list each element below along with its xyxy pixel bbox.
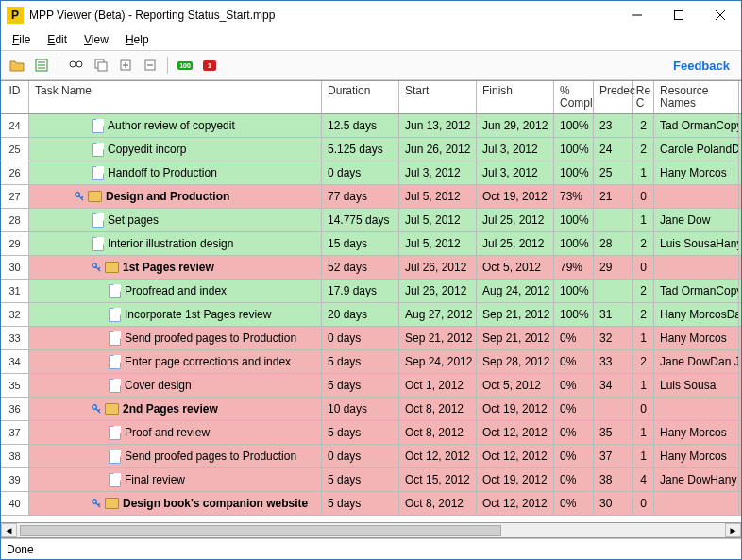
cell-finish: Jul 25, 2012 bbox=[477, 209, 554, 231]
cell-task-name[interactable]: Cover design bbox=[29, 374, 322, 397]
cell-start: Aug 27, 2012 bbox=[399, 303, 477, 326]
table-row[interactable]: 24Author review of copyedit12.5 daysJun … bbox=[1, 114, 741, 138]
menu-file[interactable]: File bbox=[5, 31, 38, 48]
cell-task-name[interactable]: Send proofed pages to Production bbox=[29, 445, 322, 467]
table-row[interactable]: 32Incorporate 1st Pages review20 daysAug… bbox=[1, 303, 741, 327]
svg-line-23 bbox=[98, 409, 100, 411]
cell-id: 25 bbox=[1, 138, 29, 161]
scroll-thumb[interactable] bbox=[20, 525, 501, 536]
window-title: MPP Viewer (Beta) - Reporting Status_Sta… bbox=[29, 8, 616, 22]
scroll-right-button[interactable]: ► bbox=[725, 523, 741, 537]
cell-task-name[interactable]: Proofread and index bbox=[29, 280, 322, 302]
horizontal-scrollbar[interactable]: ◄ ► bbox=[1, 522, 741, 538]
cell-task-name[interactable]: Design book's companion website bbox=[29, 492, 322, 515]
cell-resources: Jane Dow bbox=[654, 209, 739, 231]
menu-help[interactable]: Help bbox=[118, 31, 157, 48]
cell-start: Oct 12, 2012 bbox=[399, 445, 477, 467]
cell-id: 33 bbox=[1, 327, 29, 349]
menu-view[interactable]: View bbox=[76, 31, 116, 48]
table-row[interactable]: 38Send proofed pages to Production0 days… bbox=[1, 445, 741, 468]
grid-header: ID Task Name Duration Start Finish % Com… bbox=[1, 81, 741, 114]
status-text: Done bbox=[7, 543, 34, 556]
svg-line-26 bbox=[98, 503, 100, 505]
cell-duration: 52 days bbox=[322, 256, 399, 279]
cell-id: 29 bbox=[1, 232, 29, 255]
col-id[interactable]: ID bbox=[1, 81, 29, 113]
cell-task-name[interactable]: Design and Production bbox=[29, 185, 322, 208]
key-icon bbox=[92, 263, 101, 272]
complete-100-icon[interactable]: 100 bbox=[175, 55, 195, 76]
col-complete[interactable]: % Compl bbox=[554, 81, 594, 113]
cell-task-name[interactable]: Proof and review bbox=[29, 421, 322, 444]
col-duration[interactable]: Duration bbox=[322, 81, 399, 113]
task-name-text: Handoff to Production bbox=[108, 166, 217, 179]
table-row[interactable]: 362nd Pages review10 daysOct 8, 2012Oct … bbox=[1, 398, 741, 421]
cell-resources: Hany MorcosDan bbox=[654, 303, 739, 326]
table-row[interactable]: 28Set pages14.775 daysJul 5, 2012Jul 25,… bbox=[1, 209, 741, 232]
table-row[interactable]: 31Proofread and index17.9 daysJul 26, 20… bbox=[1, 280, 741, 303]
grid-body[interactable]: 24Author review of copyedit12.5 daysJun … bbox=[1, 114, 741, 522]
cell-resources: Luis SousaHany M bbox=[654, 232, 739, 255]
titlebar: P MPP Viewer (Beta) - Reporting Status_S… bbox=[1, 1, 741, 29]
table-row[interactable]: 33Send proofed pages to Production0 days… bbox=[1, 327, 741, 350]
table-row[interactable]: 40Design book's companion website5 daysO… bbox=[1, 492, 741, 516]
menu-edit[interactable]: Edit bbox=[40, 31, 75, 48]
task-name-text: 2nd Pages review bbox=[123, 402, 218, 416]
table-row[interactable]: 39Final review5 daysOct 15, 2012Oct 19, … bbox=[1, 468, 741, 492]
maximize-button[interactable] bbox=[658, 1, 700, 29]
cell-task-name[interactable]: Send proofed pages to Production bbox=[29, 327, 322, 349]
cell-duration: 5 days bbox=[322, 492, 399, 515]
cell-complete: 73% bbox=[554, 185, 594, 208]
cell-task-name[interactable]: Interior illustration design bbox=[29, 232, 322, 255]
table-row[interactable]: 26Handoff to Production0 daysJul 3, 2012… bbox=[1, 161, 741, 185]
col-start[interactable]: Start bbox=[399, 81, 477, 113]
cell-task-name[interactable]: Author review of copyedit bbox=[29, 114, 322, 137]
cell-task-name[interactable]: Set pages bbox=[29, 209, 322, 231]
table-row[interactable]: 34Enter page corrections and index5 days… bbox=[1, 350, 741, 374]
cell-task-name[interactable]: Final review bbox=[29, 468, 322, 491]
feedback-link[interactable]: Feedback bbox=[673, 59, 735, 73]
late-tasks-icon[interactable]: 1 bbox=[199, 55, 220, 76]
find-icon[interactable] bbox=[66, 55, 87, 76]
cell-task-name[interactable]: Copyedit incorp bbox=[29, 138, 322, 161]
minimize-button[interactable] bbox=[616, 1, 658, 29]
cell-predecessors: 37 bbox=[594, 445, 633, 467]
key-icon bbox=[75, 192, 84, 201]
collapse-all-icon[interactable] bbox=[140, 55, 160, 76]
table-row[interactable]: 27Design and Production77 daysJul 5, 201… bbox=[1, 185, 741, 209]
cell-complete: 79% bbox=[554, 256, 594, 279]
toolbar-separator bbox=[167, 57, 168, 74]
table-row[interactable]: 29Interior illustration design15 daysJul… bbox=[1, 232, 741, 256]
cell-id: 28 bbox=[1, 209, 29, 231]
col-finish[interactable]: Finish bbox=[477, 81, 554, 113]
cell-task-name[interactable]: 2nd Pages review bbox=[29, 398, 322, 420]
col-predecessors[interactable]: Predec bbox=[594, 81, 633, 113]
cell-task-name[interactable]: Handoff to Production bbox=[29, 161, 322, 184]
close-button[interactable] bbox=[700, 1, 741, 29]
cell-task-name[interactable]: 1st Pages review bbox=[29, 256, 322, 279]
table-row[interactable]: 301st Pages review52 daysJul 26, 2012Oct… bbox=[1, 256, 741, 280]
cell-id: 32 bbox=[1, 303, 29, 326]
open-icon[interactable] bbox=[7, 55, 27, 76]
copy-icon[interactable] bbox=[91, 55, 111, 76]
cell-resource-count: 2 bbox=[633, 232, 654, 255]
col-resource-count[interactable]: Re C bbox=[633, 81, 654, 113]
col-resource-names[interactable]: Resource Names bbox=[654, 81, 739, 113]
export-icon[interactable] bbox=[31, 55, 52, 76]
cell-start: Jul 5, 2012 bbox=[399, 185, 477, 208]
cell-task-name[interactable]: Enter page corrections and index bbox=[29, 350, 322, 373]
cell-task-name[interactable]: Incorporate 1st Pages review bbox=[29, 303, 322, 326]
file-icon bbox=[109, 331, 121, 346]
cell-predecessors: 33 bbox=[594, 350, 633, 373]
scroll-left-button[interactable]: ◄ bbox=[1, 523, 17, 537]
col-task-name[interactable]: Task Name bbox=[29, 81, 322, 113]
cell-resource-count: 0 bbox=[633, 492, 654, 515]
cell-complete: 0% bbox=[554, 492, 594, 515]
cell-complete: 0% bbox=[554, 374, 594, 397]
table-row[interactable]: 37Proof and review5 daysOct 8, 2012Oct 1… bbox=[1, 421, 741, 445]
expand-all-icon[interactable] bbox=[115, 55, 136, 76]
cell-duration: 12.5 days bbox=[322, 114, 399, 137]
table-row[interactable]: 35Cover design5 daysOct 1, 2012Oct 5, 20… bbox=[1, 374, 741, 398]
table-row[interactable]: 25Copyedit incorp5.125 daysJun 26, 2012J… bbox=[1, 138, 741, 161]
cell-complete: 0% bbox=[554, 398, 594, 420]
